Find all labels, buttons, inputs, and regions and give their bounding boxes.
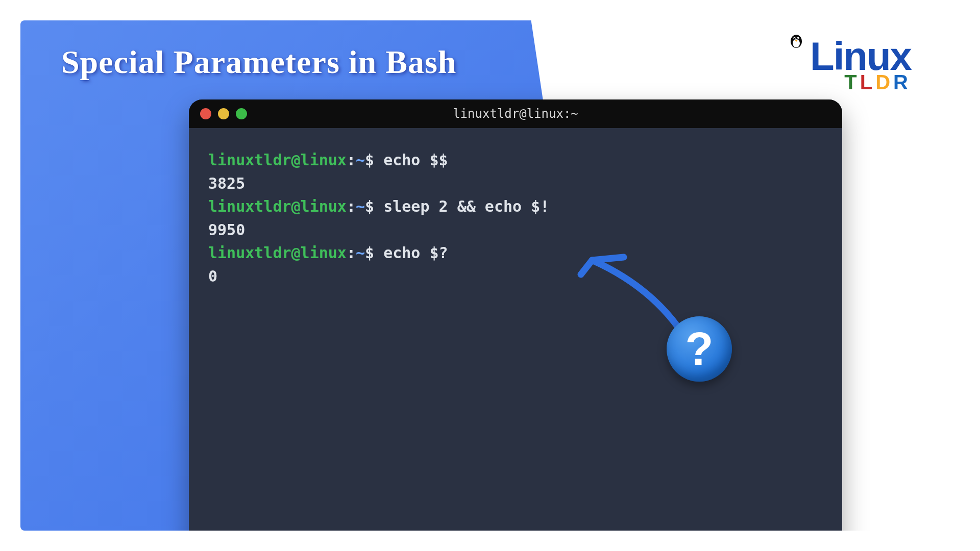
brand-logo: Linux TLDR bbox=[763, 38, 911, 92]
minimize-button[interactable] bbox=[218, 108, 229, 119]
command-text: sleep 2 && echo $! bbox=[383, 197, 549, 215]
terminal-line: linuxtldr@linux:~$ echo $? bbox=[208, 241, 823, 265]
logo-word-linux: Linux bbox=[810, 34, 911, 79]
slide-title: Special Parameters in Bash bbox=[61, 43, 456, 81]
svg-point-4 bbox=[794, 38, 795, 39]
question-badge: ? bbox=[667, 316, 732, 382]
output-text: 0 bbox=[208, 265, 823, 288]
question-mark-icon: ? bbox=[685, 323, 714, 375]
svg-point-5 bbox=[798, 38, 799, 39]
window-controls bbox=[200, 108, 247, 119]
terminal-line: linuxtldr@linux:~$ echo $$ bbox=[208, 148, 823, 172]
logo-main-text: Linux bbox=[763, 38, 911, 74]
terminal-titlebar: linuxtldr@linux:~ bbox=[189, 99, 842, 128]
close-button[interactable] bbox=[200, 108, 211, 119]
command-text: echo $$ bbox=[383, 151, 448, 169]
terminal-line: linuxtldr@linux:~$ sleep 2 && echo $! bbox=[208, 195, 823, 218]
terminal-body[interactable]: linuxtldr@linux:~$ echo $$ 3825 linuxtld… bbox=[189, 128, 842, 309]
output-text: 3825 bbox=[208, 172, 823, 195]
terminal-window: linuxtldr@linux:~ linuxtldr@linux:~$ ech… bbox=[189, 99, 842, 531]
penguin-icon bbox=[789, 32, 803, 48]
command-text: echo $? bbox=[383, 244, 448, 262]
terminal-title-text: linuxtldr@linux:~ bbox=[189, 107, 842, 121]
maximize-button[interactable] bbox=[236, 108, 247, 119]
slide-canvas: Special Parameters in Bash Linux TLDR bbox=[20, 20, 960, 531]
output-text: 9950 bbox=[208, 218, 823, 242]
